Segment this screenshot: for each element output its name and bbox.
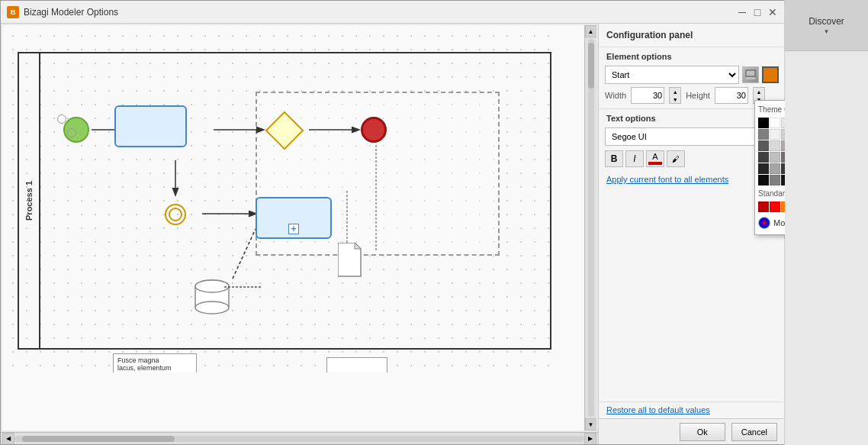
more-colors-label[interactable]: More Colors...: [773, 218, 785, 227]
scroll-down-arrow[interactable]: ▼: [585, 418, 597, 430]
scroll-up-arrow[interactable]: ▲: [585, 25, 597, 37]
scroll-h-track[interactable]: [14, 436, 584, 442]
color-picker-popup: Theme Colors Standard Colors More Colors…: [754, 100, 785, 235]
scroll-h-thumb[interactable]: [22, 436, 175, 442]
diagram-area[interactable]: Process 1: [2, 25, 596, 430]
standard-color-cell[interactable]: [758, 202, 769, 212]
standard-color-cell[interactable]: [781, 202, 785, 212]
theme-colors-title: Theme Colors: [758, 104, 785, 115]
canvas[interactable]: Process 1: [2, 25, 596, 430]
text-color-letter: A: [652, 153, 657, 161]
theme-color-cell[interactable]: [770, 140, 780, 151]
config-panel-title: Configuration panel: [599, 24, 785, 47]
standard-color-cell[interactable]: [770, 202, 780, 212]
maximize-button[interactable]: □: [751, 6, 764, 18]
theme-color-cell[interactable]: [758, 152, 769, 163]
paint-button[interactable]: 🖌: [667, 150, 685, 167]
theme-color-cell[interactable]: [770, 118, 780, 128]
data-store-svg: [193, 279, 231, 317]
border-color-button[interactable]: [762, 66, 779, 83]
svg-rect-18: [746, 77, 755, 79]
theme-color-cell[interactable]: [758, 140, 769, 151]
pool-label-text: Process 1: [24, 181, 34, 221]
title-bar-buttons: ─ □ ✕: [736, 6, 779, 18]
height-up[interactable]: ▲: [754, 88, 764, 95]
canvas-wrapper: Process 1: [1, 24, 598, 444]
restore-defaults-link[interactable]: Restore all to default values: [599, 401, 785, 418]
right-panel: Configuration panel Element options Star…: [598, 24, 785, 444]
theme-color-cell[interactable]: [781, 152, 785, 163]
canvas-inner: Process 1: [6, 29, 555, 372]
start-event-small-1: [57, 114, 66, 124]
empty-rect[interactable]: [326, 357, 387, 372]
bottom-buttons: Ok Cancel: [599, 418, 785, 444]
width-input[interactable]: [631, 87, 664, 104]
element-select[interactable]: Start: [605, 66, 739, 84]
theme-color-cell[interactable]: [758, 163, 769, 174]
ok-button[interactable]: Ok: [680, 423, 725, 441]
annotation-box: Fusce magna lacus, elementum vel consequ…: [113, 353, 197, 372]
title-bar: B Bizagi Modeler Options ─ □ ✕: [1, 1, 785, 24]
horizontal-scrollbar[interactable]: ◀ ▶: [1, 432, 598, 444]
theme-color-cell[interactable]: [781, 129, 785, 140]
sub-task-box[interactable]: +: [256, 197, 332, 239]
theme-color-cell[interactable]: [781, 175, 785, 185]
task-box-1[interactable]: [114, 105, 187, 147]
more-colors-row[interactable]: More Colors...: [758, 214, 785, 231]
intermediate-event[interactable]: [165, 204, 186, 225]
cancel-button[interactable]: Cancel: [731, 423, 777, 441]
theme-color-cell[interactable]: [770, 175, 780, 185]
discover-button[interactable]: Discover ▼: [785, 0, 868, 51]
close-button[interactable]: ✕: [767, 6, 779, 18]
theme-color-grid[interactable]: [758, 118, 785, 185]
height-label: Height: [686, 91, 710, 100]
discover-label: Discover: [809, 16, 844, 27]
scroll-v-thumb[interactable]: [588, 43, 594, 89]
end-event[interactable]: [361, 117, 387, 143]
theme-color-cell[interactable]: [781, 118, 785, 128]
font-select[interactable]: Segoe UI: [605, 127, 779, 146]
discover-panel: Discover ▼: [784, 0, 868, 445]
text-color-button[interactable]: A: [646, 150, 664, 167]
width-down[interactable]: ▼: [670, 95, 680, 103]
element-options-row: Start: [599, 64, 785, 85]
scroll-v-track[interactable]: [588, 39, 594, 417]
bold-button[interactable]: B: [605, 150, 623, 167]
fill-color-button[interactable]: [742, 66, 759, 83]
process-pool: Process 1: [18, 52, 551, 350]
text-color-bar: [648, 162, 662, 165]
width-label: Width: [605, 91, 626, 100]
theme-color-cell[interactable]: [758, 175, 769, 185]
standard-colors-title: Standard Colors: [758, 188, 785, 199]
width-spinner[interactable]: ▲ ▼: [669, 87, 681, 104]
theme-color-cell[interactable]: [758, 129, 769, 140]
theme-color-cell[interactable]: [770, 129, 780, 140]
minimize-button[interactable]: ─: [736, 6, 748, 18]
element-options-label: Element options: [599, 47, 785, 64]
theme-color-cell[interactable]: [781, 163, 785, 174]
sub-process-marker: +: [288, 224, 299, 234]
theme-color-cell[interactable]: [770, 163, 780, 174]
svg-rect-17: [746, 70, 755, 76]
main-window: B Bizagi Modeler Options ─ □ ✕: [0, 0, 786, 445]
width-up[interactable]: ▲: [670, 88, 680, 95]
data-object-svg: [338, 243, 364, 357]
more-colors-icon: [758, 217, 770, 229]
italic-button[interactable]: I: [625, 150, 644, 167]
app-icon: B: [7, 6, 19, 18]
window-title: Bizagi Modeler Options: [24, 7, 736, 18]
theme-color-cell[interactable]: [781, 140, 785, 151]
svg-point-12: [195, 302, 229, 314]
standard-color-grid[interactable]: [758, 202, 785, 212]
theme-color-cell[interactable]: [758, 118, 769, 128]
theme-color-cell[interactable]: [770, 152, 780, 163]
vertical-scrollbar[interactable]: ▲ ▼: [584, 25, 596, 430]
discover-arrow: ▼: [824, 28, 830, 35]
scroll-right-arrow[interactable]: ▶: [584, 433, 596, 445]
height-input[interactable]: [715, 87, 748, 104]
scroll-left-arrow[interactable]: ◀: [2, 433, 14, 445]
svg-marker-16: [355, 243, 361, 249]
annotation-text: Fusce magna lacus, elementum vel consequ…: [117, 356, 172, 372]
pool-label-area: Process 1: [19, 53, 40, 348]
start-event-small-2: [67, 128, 76, 137]
